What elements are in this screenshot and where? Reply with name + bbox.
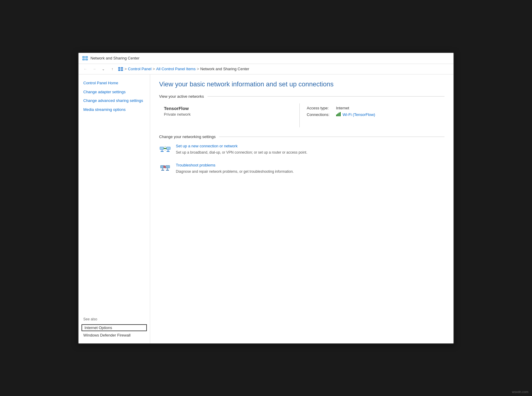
new-connection-icon [159, 144, 171, 156]
troubleshoot-item: Troubleshoot problems Diagnose and repai… [159, 163, 445, 175]
sidebar-spacer [79, 115, 150, 315]
svg-rect-21 [168, 150, 168, 151]
sidebar-link-control-panel-home[interactable]: Control Panel Home [79, 79, 150, 87]
network-info-box: TensorFlow Private network Access type: … [159, 103, 445, 127]
connections-label: Connections: [307, 112, 334, 117]
change-settings-label: Change your networking settings [159, 134, 216, 139]
watermark: wsxdn.com [512, 390, 528, 394]
svg-rect-31 [162, 168, 163, 170]
breadcrumb-control-panel[interactable]: Control Panel [128, 67, 152, 71]
network-type: Private network [164, 112, 295, 117]
svg-rect-20 [162, 150, 162, 151]
troubleshoot-link[interactable]: Troubleshoot problems [176, 163, 445, 167]
network-left-panel: TensorFlow Private network [159, 103, 300, 127]
change-settings-divider [219, 137, 445, 137]
title-bar: Network and Sharing Center [79, 53, 453, 64]
wifi-link-text: Wi-Fi (TensorFlow) [343, 112, 375, 117]
breadcrumb-sep-1: > [124, 67, 127, 71]
network-name: TensorFlow [164, 106, 295, 111]
svg-marker-25 [165, 146, 165, 147]
address-bar: ← → ⌄ ↑ > Control Panel > All Control Pa… [79, 64, 453, 74]
breadcrumb: > Control Panel > All Control Panel Item… [118, 66, 249, 72]
sidebar-link-media-streaming[interactable]: Media streaming options [79, 106, 150, 114]
active-networks-label: View your active networks [159, 94, 204, 99]
svg-rect-23 [167, 151, 170, 152]
new-connection-svg [159, 144, 171, 156]
breadcrumb-icon [118, 66, 123, 72]
main-window: Network and Sharing Center ← → ⌄ ↑ > Con… [78, 52, 454, 344]
main-content: View your basic network information and … [150, 74, 453, 343]
svg-rect-19 [167, 147, 170, 149]
new-connection-link[interactable]: Set up a new connection or network [176, 144, 445, 148]
svg-rect-10 [118, 69, 120, 71]
new-connection-text: Set up a new connection or network Set u… [176, 144, 445, 155]
troubleshoot-icon [159, 163, 171, 175]
svg-rect-8 [118, 67, 120, 68]
change-settings-header: Change your networking settings [159, 134, 445, 139]
svg-rect-12 [336, 114, 337, 116]
svg-rect-15 [340, 112, 341, 116]
title-bar-text: Network and Sharing Center [90, 56, 139, 60]
svg-rect-13 [337, 114, 338, 116]
troubleshoot-desc: Diagnose and repair network problems, or… [176, 169, 294, 174]
breadcrumb-sep-2: > [153, 67, 155, 71]
new-connection-item: Set up a new connection or network Set u… [159, 144, 445, 156]
page-title: View your basic network information and … [159, 80, 445, 88]
sidebar-link-windows-defender[interactable]: Windows Defender Firewall [79, 332, 150, 338]
up-button[interactable]: ↑ [109, 66, 116, 72]
access-type-row: Access type: Internet [307, 106, 438, 110]
wifi-signal-icon [336, 112, 342, 116]
svg-rect-5 [86, 56, 87, 58]
svg-marker-26 [165, 150, 165, 151]
connections-row: Connections: Wi-Fi (TensorFlow) [307, 112, 438, 117]
back-button[interactable]: ← [82, 66, 89, 72]
title-bar-icon [82, 55, 88, 61]
settings-section: Set up a new connection or network Set u… [159, 144, 445, 175]
breadcrumb-all-items[interactable]: All Control Panel Items [156, 67, 196, 71]
svg-rect-14 [339, 113, 339, 116]
svg-rect-32 [167, 168, 168, 170]
active-networks-header: View your active networks [159, 94, 445, 99]
svg-rect-22 [161, 151, 164, 152]
breadcrumb-sep-3: > [197, 67, 199, 71]
dropdown-button[interactable]: ⌄ [100, 66, 107, 72]
sidebar: Control Panel Home Change adapter settin… [79, 74, 150, 343]
active-networks-divider [207, 96, 445, 97]
sidebar-link-advanced-sharing[interactable]: Change advanced sharing settings [79, 97, 150, 105]
svg-rect-30 [166, 166, 170, 168]
forward-button[interactable]: → [91, 66, 98, 72]
sidebar-link-change-adapter[interactable]: Change adapter settings [79, 88, 150, 96]
svg-rect-24 [164, 148, 167, 149]
content-area: Control Panel Home Change adapter settin… [79, 74, 453, 343]
svg-rect-17 [160, 147, 164, 149]
breadcrumb-current: Network and Sharing Center [200, 67, 249, 71]
svg-rect-34 [166, 170, 169, 171]
svg-rect-7 [86, 59, 87, 60]
new-connection-desc: Set up a broadband, dial-up, or VPN conn… [176, 150, 307, 155]
access-type-label: Access type: [307, 106, 334, 110]
network-right-panel: Access type: Internet Connections: [300, 103, 445, 127]
troubleshoot-svg [159, 163, 171, 175]
svg-rect-11 [121, 69, 123, 71]
wifi-connection-link[interactable]: Wi-Fi (TensorFlow) [336, 112, 375, 117]
sidebar-link-internet-options[interactable]: Internet Options [82, 324, 147, 331]
wifi-bars-icon [336, 112, 342, 117]
see-also-heading: See also [79, 315, 150, 324]
access-type-value: Internet [336, 106, 349, 110]
svg-rect-9 [121, 67, 123, 68]
svg-rect-33 [161, 170, 164, 171]
svg-rect-4 [83, 56, 84, 58]
troubleshoot-text: Troubleshoot problems Diagnose and repai… [176, 163, 445, 174]
svg-rect-6 [83, 59, 84, 60]
